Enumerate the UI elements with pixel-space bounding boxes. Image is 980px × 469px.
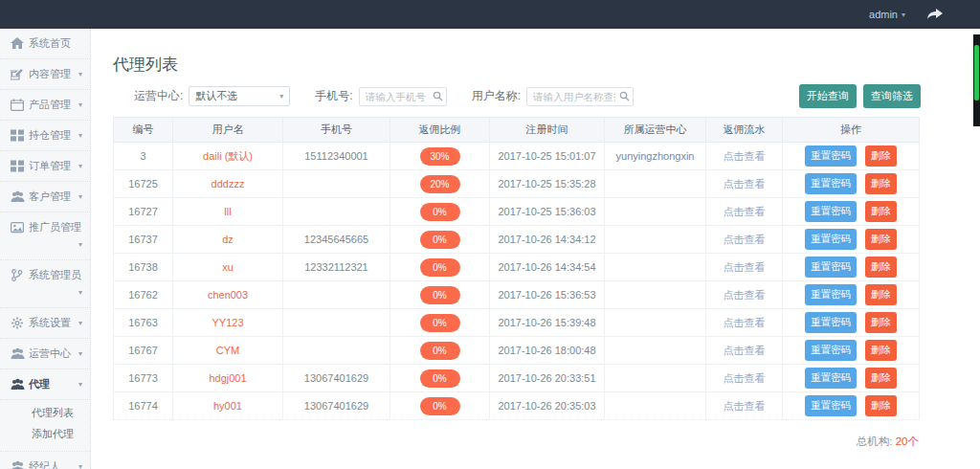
delete-button[interactable]: 删除	[865, 395, 897, 416]
toolbar: 开始查询 查询筛选	[799, 84, 921, 108]
reset-password-button[interactable]: 重置密码	[805, 395, 857, 416]
sidebar-item-0[interactable]: 系统首页	[0, 29, 90, 59]
delete-button[interactable]: 删除	[865, 229, 897, 250]
cell-actions: 重置密码 删除	[783, 254, 920, 281]
view-flow-link[interactable]: 点击查看	[724, 150, 766, 162]
ratio-badge: 0%	[420, 342, 460, 360]
view-flow-link[interactable]: 点击查看	[724, 234, 766, 245]
table-row: 16738 xu 12332112321 0% 2017-10-26 14:34…	[114, 254, 920, 281]
reset-password-button[interactable]: 重置密码	[805, 340, 857, 361]
cell-ratio: 0%	[390, 198, 490, 226]
delete-button[interactable]: 删除	[865, 312, 897, 333]
cell-username[interactable]: chen003	[173, 281, 283, 309]
cell-register-time: 2017-10-26 14:34:12	[490, 226, 605, 254]
cell-ratio: 0%	[390, 281, 490, 309]
main-content: 代理列表 运营中心: 默认不选 ▾ 手机号: 用户名称: 开始查询 查询筛选	[91, 29, 980, 469]
view-flow-link[interactable]: 点击查看	[724, 206, 766, 217]
user-menu[interactable]: admin ▾	[869, 9, 905, 20]
scrollbar-track[interactable]	[973, 34, 980, 126]
username-input[interactable]	[526, 87, 634, 106]
delete-button[interactable]: 删除	[865, 368, 897, 389]
reset-password-button[interactable]: 重置密码	[805, 229, 857, 250]
logout-icon[interactable]	[926, 8, 944, 21]
reset-password-button[interactable]: 重置密码	[805, 257, 857, 278]
sidebar-item-4[interactable]: 订单管理▾	[0, 151, 90, 182]
cell-flow: 点击查看	[706, 170, 783, 198]
sidebar-item-10[interactable]: 代理▾	[0, 369, 90, 400]
cell-actions: 重置密码 删除	[783, 170, 920, 198]
cell-ratio: 0%	[390, 226, 490, 254]
delete-button[interactable]: 删除	[865, 201, 897, 222]
query-filter-button[interactable]: 查询筛选	[863, 84, 921, 108]
cell-flow: 点击查看	[706, 226, 783, 254]
sidebar-item-3[interactable]: 持仓管理▾	[0, 121, 90, 151]
reset-password-button[interactable]: 重置密码	[805, 368, 857, 389]
view-flow-link[interactable]: 点击查看	[724, 261, 766, 273]
sidebar-notch	[84, 74, 98, 87]
search-icon	[433, 91, 443, 101]
view-flow-link[interactable]: 点击查看	[724, 372, 766, 384]
table-row: 16774 hy001 13067401629 0% 2017-10-26 20…	[114, 392, 920, 420]
delete-button[interactable]: 删除	[865, 173, 897, 194]
cell-id: 16727	[114, 198, 173, 226]
scrollbar-thumb[interactable]	[974, 45, 979, 100]
view-flow-link[interactable]: 点击查看	[724, 289, 766, 301]
reset-password-button[interactable]: 重置密码	[805, 201, 857, 222]
start-query-button[interactable]: 开始查询	[799, 84, 857, 108]
cell-username[interactable]: dddzzz	[173, 170, 283, 198]
sidebar-subitem-1[interactable]: 添加代理	[0, 423, 90, 444]
cell-id: 16767	[114, 337, 173, 365]
reset-password-button[interactable]: 重置密码	[805, 284, 857, 305]
phone-filter-label: 手机号:	[315, 88, 352, 104]
users-icon	[11, 460, 24, 469]
sidebar-item-11[interactable]: 经纪人▾	[0, 452, 90, 469]
cell-username[interactable]: daili (默认)	[173, 143, 283, 170]
gear-icon	[11, 317, 24, 329]
delete-button[interactable]: 删除	[865, 340, 897, 361]
branch-icon	[11, 269, 24, 281]
col-ratio: 返佣比例	[390, 118, 490, 143]
cell-username[interactable]: lll	[173, 198, 283, 226]
delete-button[interactable]: 删除	[865, 145, 897, 167]
cell-actions: 重置密码 删除	[783, 143, 920, 170]
ratio-badge: 0%	[420, 314, 460, 332]
sidebar-subitem-0[interactable]: 代理列表	[0, 402, 90, 423]
cell-username[interactable]: hy001	[173, 392, 283, 420]
cell-flow: 点击查看	[706, 392, 783, 420]
cell-username[interactable]: CYM	[173, 337, 283, 365]
sidebar-item-label: 系统首页	[29, 37, 71, 50]
cell-flow: 点击查看	[706, 281, 783, 309]
cell-username[interactable]: dz	[173, 226, 283, 254]
reset-password-button[interactable]: 重置密码	[805, 312, 857, 333]
view-flow-link[interactable]: 点击查看	[724, 345, 766, 356]
sidebar-item-6[interactable]: 推广员管理▾	[0, 212, 90, 260]
cell-username[interactable]: hdgj001	[173, 365, 283, 392]
cell-id: 16774	[114, 392, 173, 420]
sidebar-item-label: 系统设置	[29, 317, 71, 329]
sidebar: 系统首页内容管理▾产品管理▾持仓管理▾订单管理▾客户管理▾推广员管理▾系统管理员…	[0, 29, 91, 469]
reset-password-button[interactable]: 重置密码	[805, 145, 857, 167]
delete-button[interactable]: 删除	[865, 284, 897, 305]
view-flow-link[interactable]: 点击查看	[724, 178, 766, 190]
center-select[interactable]: 默认不选 ▾	[189, 86, 290, 106]
cell-username[interactable]: YY123	[173, 309, 283, 337]
cell-register-time: 2017-10-25 15:36:03	[490, 198, 605, 226]
sidebar-item-5[interactable]: 客户管理▾	[0, 182, 90, 212]
sidebar-item-1[interactable]: 内容管理▾	[0, 59, 90, 90]
view-flow-link[interactable]: 点击查看	[724, 400, 766, 412]
table-row: 16737 dz 12345645665 0% 2017-10-26 14:34…	[114, 226, 920, 254]
cell-center	[605, 309, 706, 337]
delete-button[interactable]: 删除	[865, 257, 897, 278]
ratio-badge: 0%	[420, 369, 460, 388]
chevron-down-icon: ▾	[902, 11, 905, 19]
cell-register-time: 2017-10-25 15:01:07	[490, 143, 605, 170]
sidebar-item-9[interactable]: 运营中心▾	[0, 339, 90, 369]
reset-password-button[interactable]: 重置密码	[805, 173, 857, 194]
view-flow-link[interactable]: 点击查看	[724, 317, 766, 328]
cell-center: yunyingzhongxin	[605, 143, 706, 170]
sidebar-item-2[interactable]: 产品管理▾	[0, 90, 90, 121]
sidebar-item-8[interactable]: 系统设置▾	[0, 308, 90, 339]
cell-username[interactable]: xu	[173, 254, 283, 281]
user-name: admin	[869, 9, 898, 20]
sidebar-item-7[interactable]: 系统管理员▾	[0, 260, 90, 308]
